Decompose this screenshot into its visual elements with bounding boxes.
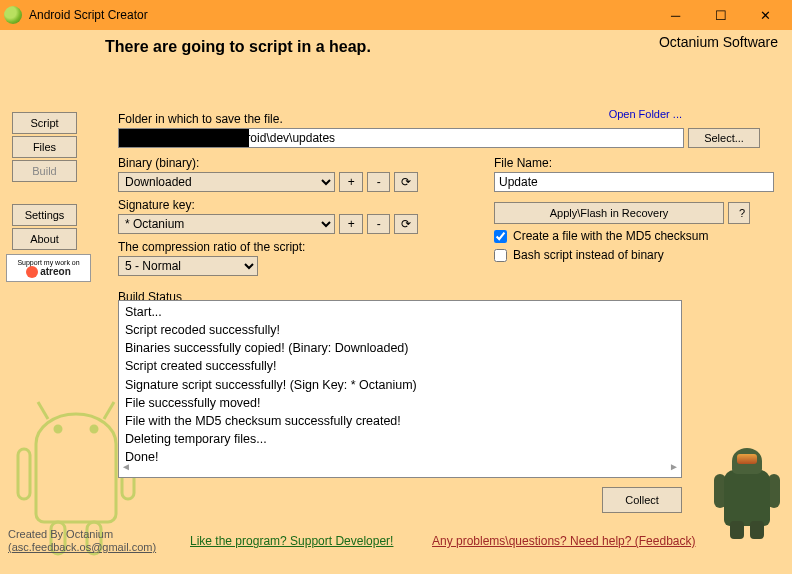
horizontal-scrollbar[interactable]: ◄► xyxy=(121,461,679,475)
binary-label: Binary (binary): xyxy=(118,156,418,170)
close-button[interactable]: ✕ xyxy=(743,0,788,30)
status-line: Binaries successfully copied! (Binary: D… xyxy=(125,339,675,357)
status-line: Script recoded successfully! xyxy=(125,321,675,339)
patreon-line1: Support my work on xyxy=(17,259,79,266)
sigkey-label: Signature key: xyxy=(118,198,418,212)
sigkey-add-button[interactable]: + xyxy=(339,214,363,234)
svg-line-1 xyxy=(104,402,114,419)
svg-point-3 xyxy=(91,426,97,432)
patreon-badge[interactable]: Support my work on atreon xyxy=(6,254,91,282)
sidebar-about-button[interactable]: About xyxy=(12,228,77,250)
filename-label: File Name: xyxy=(494,156,772,170)
binary-select[interactable]: Downloaded xyxy=(118,172,335,192)
status-line: Start... xyxy=(125,303,675,321)
patreon-icon xyxy=(26,266,38,278)
binary-add-button[interactable]: + xyxy=(339,172,363,192)
binary-refresh-button[interactable]: ⟳ xyxy=(394,172,418,192)
sigkey-select[interactable]: * Octanium xyxy=(118,214,335,234)
status-line: Signature script successfully! (Sign Key… xyxy=(125,376,675,394)
window-title: Android Script Creator xyxy=(29,8,653,22)
maximize-button[interactable]: ☐ xyxy=(698,0,743,30)
bash-checkbox-label: Bash script instead of binary xyxy=(513,248,664,262)
sidebar-files-button[interactable]: Files xyxy=(12,136,77,158)
svg-line-0 xyxy=(38,402,48,419)
svg-rect-4 xyxy=(18,449,30,499)
select-folder-button[interactable]: Select... xyxy=(688,128,760,148)
support-developer-link[interactable]: Like the program? Support Developer! xyxy=(190,534,393,548)
collect-button[interactable]: Collect xyxy=(602,487,682,513)
brand-label: Octanium Software xyxy=(659,34,778,50)
status-line: File with the MD5 checksum successfully … xyxy=(125,412,675,430)
patreon-brand: atreon xyxy=(40,267,71,277)
bash-checkbox-row[interactable]: Bash script instead of binary xyxy=(494,248,772,262)
md5-checkbox-row[interactable]: Create a file with the MD5 checksum xyxy=(494,229,772,243)
folder-path-input[interactable] xyxy=(118,128,684,148)
md5-checkbox-label: Create a file with the MD5 checksum xyxy=(513,229,708,243)
credit-email[interactable]: (asc.feedback.os@gmail.com) xyxy=(8,541,156,554)
credit-author: Created By Octanium xyxy=(8,528,156,541)
titlebar: Android Script Creator ─ ☐ ✕ xyxy=(0,0,792,30)
minimize-button[interactable]: ─ xyxy=(653,0,698,30)
status-output[interactable]: Start... Script recoded successfully! Bi… xyxy=(118,300,682,478)
sidebar: Script Files Build Settings About xyxy=(12,112,77,252)
apply-flash-button[interactable]: Apply\Flash in Recovery xyxy=(494,202,724,224)
page-headline: There are going to script in a heap. xyxy=(105,38,371,56)
sigkey-remove-button[interactable]: - xyxy=(367,214,391,234)
sigkey-refresh-button[interactable]: ⟳ xyxy=(394,214,418,234)
footer-credits: Created By Octanium (asc.feedback.os@gma… xyxy=(8,528,156,554)
compression-select[interactable]: 5 - Normal xyxy=(118,256,258,276)
status-line: Deleting temporary files... xyxy=(125,430,675,448)
open-folder-link[interactable]: Open Folder ... xyxy=(609,108,682,120)
compression-label: The compression ratio of the script: xyxy=(118,240,418,254)
status-line: Script created successfully! xyxy=(125,357,675,375)
sidebar-script-button[interactable]: Script xyxy=(12,112,77,134)
binary-remove-button[interactable]: - xyxy=(367,172,391,192)
robot-mascot-icon xyxy=(712,444,782,539)
svg-point-2 xyxy=(55,426,61,432)
help-button[interactable]: ? xyxy=(728,202,750,224)
bash-checkbox[interactable] xyxy=(494,249,507,262)
sidebar-settings-button[interactable]: Settings xyxy=(12,204,77,226)
feedback-link[interactable]: Any problems\questions? Need help? (Feed… xyxy=(432,534,695,548)
sidebar-build-button: Build xyxy=(12,160,77,182)
filename-input[interactable] xyxy=(494,172,774,192)
md5-checkbox[interactable] xyxy=(494,230,507,243)
status-line: File successfully moved! xyxy=(125,394,675,412)
app-icon xyxy=(4,6,22,24)
